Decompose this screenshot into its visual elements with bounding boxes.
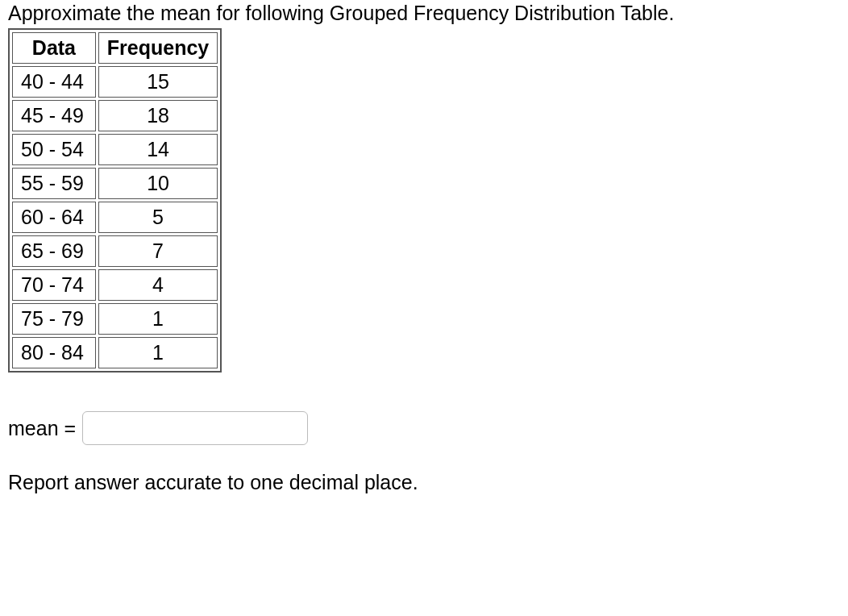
table-row: 40 - 44 15	[12, 66, 218, 98]
table-row: 45 - 49 18	[12, 100, 218, 131]
cell-data: 80 - 84	[12, 337, 96, 368]
question-text: Approximate the mean for following Group…	[8, 2, 840, 25]
cell-data: 50 - 54	[12, 134, 96, 165]
cell-frequency: 1	[98, 337, 218, 368]
table-row: 80 - 84 1	[12, 337, 218, 368]
header-frequency: Frequency	[98, 32, 218, 64]
cell-data: 60 - 64	[12, 202, 96, 233]
table-row: 50 - 54 14	[12, 134, 218, 165]
mean-input[interactable]	[82, 411, 308, 445]
header-data: Data	[12, 32, 96, 64]
table-row: 55 - 59 10	[12, 168, 218, 199]
table-row: 65 - 69 7	[12, 235, 218, 267]
answer-row: mean =	[8, 411, 840, 445]
cell-data: 70 - 74	[12, 269, 96, 301]
cell-frequency: 7	[98, 235, 218, 267]
cell-data: 65 - 69	[12, 235, 96, 267]
instruction-text: Report answer accurate to one decimal pl…	[8, 471, 840, 494]
cell-data: 45 - 49	[12, 100, 96, 131]
table-row: 70 - 74 4	[12, 269, 218, 301]
cell-frequency: 5	[98, 202, 218, 233]
table-row: 60 - 64 5	[12, 202, 218, 233]
table-header-row: Data Frequency	[12, 32, 218, 64]
table-row: 75 - 79 1	[12, 303, 218, 335]
answer-label: mean =	[8, 417, 76, 440]
cell-data: 75 - 79	[12, 303, 96, 335]
cell-frequency: 10	[98, 168, 218, 199]
cell-data: 40 - 44	[12, 66, 96, 98]
frequency-table: Data Frequency 40 - 44 15 45 - 49 18 50 …	[8, 28, 222, 373]
cell-frequency: 1	[98, 303, 218, 335]
cell-frequency: 4	[98, 269, 218, 301]
cell-frequency: 18	[98, 100, 218, 131]
cell-frequency: 14	[98, 134, 218, 165]
cell-frequency: 15	[98, 66, 218, 98]
cell-data: 55 - 59	[12, 168, 96, 199]
